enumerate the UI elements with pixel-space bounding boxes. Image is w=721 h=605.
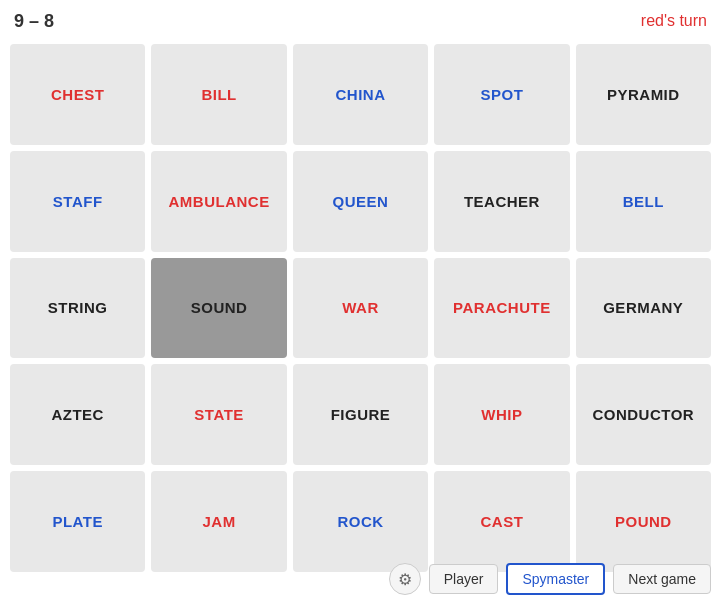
card-aztec[interactable]: AZTEC [10,364,145,465]
card-cast[interactable]: CAST [434,471,569,572]
score-dash: – [29,11,39,31]
spymaster-button[interactable]: Spymaster [506,563,605,595]
card-state[interactable]: STATE [151,364,286,465]
next-game-button[interactable]: Next game [613,564,711,594]
card-bell[interactable]: BELL [576,151,711,252]
settings-button[interactable]: ⚙ [389,563,421,595]
header: 9 – 8 red's turn [0,0,721,38]
card-whip[interactable]: WHIP [434,364,569,465]
card-sound[interactable]: SOUND [151,258,286,359]
card-pyramid[interactable]: PYRAMID [576,44,711,145]
card-figure[interactable]: FIGURE [293,364,428,465]
score-blue: 8 [44,11,54,31]
card-rock[interactable]: ROCK [293,471,428,572]
card-bill[interactable]: BILL [151,44,286,145]
card-germany[interactable]: GERMANY [576,258,711,359]
score-display: 9 – 8 [14,11,54,32]
turn-indicator: red's turn [641,12,707,30]
footer-controls: ⚙ Player Spymaster Next game [389,563,711,595]
card-ambulance[interactable]: AMBULANCE [151,151,286,252]
card-pound[interactable]: POUND [576,471,711,572]
card-grid: CHESTBILLCHINASPOTPYRAMIDSTAFFAMBULANCEQ… [0,38,721,578]
player-button[interactable]: Player [429,564,499,594]
card-plate[interactable]: PLATE [10,471,145,572]
card-string[interactable]: STRING [10,258,145,359]
card-china[interactable]: CHINA [293,44,428,145]
card-chest[interactable]: CHEST [10,44,145,145]
card-teacher[interactable]: TEACHER [434,151,569,252]
card-parachute[interactable]: PARACHUTE [434,258,569,359]
card-staff[interactable]: STAFF [10,151,145,252]
score-red: 9 [14,11,24,31]
card-conductor[interactable]: CONDUCTOR [576,364,711,465]
card-war[interactable]: WAR [293,258,428,359]
card-spot[interactable]: SPOT [434,44,569,145]
card-queen[interactable]: QUEEN [293,151,428,252]
card-jam[interactable]: JAM [151,471,286,572]
